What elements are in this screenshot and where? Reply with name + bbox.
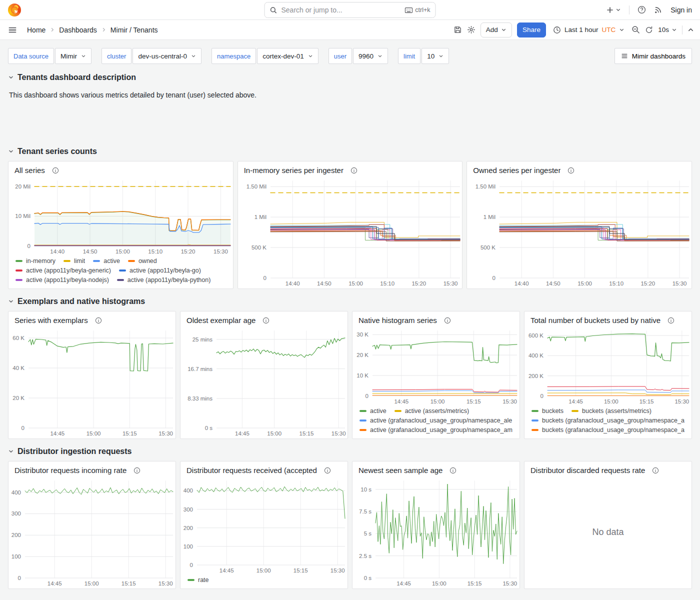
panel-title[interactable]: Newest seen sample age xyxy=(358,466,442,474)
search-input[interactable] xyxy=(282,6,401,14)
help-icon[interactable] xyxy=(638,6,646,14)
legend-item[interactable]: limit xyxy=(64,258,85,264)
svg-text:14:50: 14:50 xyxy=(546,280,560,286)
timeseries-chart[interactable]: 14:4515:0015:1515:30010 K20 K30 K xyxy=(352,326,520,406)
legend-swatch xyxy=(360,420,366,422)
news-icon[interactable] xyxy=(654,6,662,14)
svg-text:20 K: 20 K xyxy=(356,352,368,358)
chevron-right-icon xyxy=(101,27,106,32)
legend-item[interactable]: buckets (grafanacloud_usage_group/namesp… xyxy=(532,426,686,434)
panel-distributor-received-rate: Distributor requests received (accepted … xyxy=(180,461,348,589)
panel-title[interactable]: In-memory series per ingester xyxy=(244,166,344,174)
legend-item[interactable]: active (grafanacloud_usage_group/namespa… xyxy=(360,426,514,434)
refresh-icon[interactable] xyxy=(645,26,653,34)
svg-text:14:45: 14:45 xyxy=(48,580,62,586)
info-icon[interactable] xyxy=(52,167,59,174)
breadcrumb-dashboards[interactable]: Dashboards xyxy=(59,26,97,34)
panel-title[interactable]: Owned series per ingester xyxy=(473,166,560,174)
add-menu-button[interactable] xyxy=(606,6,621,14)
datasource-select[interactable]: Mimir xyxy=(55,48,92,64)
filter-namespace: namespace cortex-dev-01 xyxy=(212,48,318,64)
panel-title[interactable]: Series with exemplars xyxy=(14,316,88,324)
info-icon[interactable] xyxy=(262,317,270,324)
legend-item[interactable]: buckets xyxy=(532,408,564,414)
legend-item[interactable]: active (asserts/metrics) xyxy=(394,408,470,414)
timeseries-chart[interactable]: 14:4515:0015:1515:300100200300400 xyxy=(180,476,348,576)
legend-swatch xyxy=(532,420,538,422)
panel-title[interactable]: Native histogram series xyxy=(358,316,437,324)
legend-item[interactable]: buckets (asserts/metrics) xyxy=(572,408,652,414)
panel-inmemory-per-ingester: In-memory series per ingester 14:4014:50… xyxy=(238,161,463,289)
timeseries-chart[interactable]: 14:4515:0015:1515:30020 K40 K60 K xyxy=(8,326,176,438)
panel-title[interactable]: Distributor requests incoming rate xyxy=(14,466,126,474)
refresh-interval-picker[interactable]: 10s xyxy=(658,26,677,34)
menu-toggle-icon[interactable] xyxy=(8,26,17,34)
grafana-logo[interactable] xyxy=(8,4,21,16)
legend-item[interactable]: active (appo11y/beyla-go) xyxy=(119,267,201,274)
filter-cluster: cluster dev-us-central-0 xyxy=(102,48,202,64)
panel-title[interactable]: Distributor requests received (accepted xyxy=(186,466,317,474)
legend-item[interactable]: in-memory xyxy=(16,258,56,264)
mimir-dashboards-button[interactable]: Mimir dashboards xyxy=(614,48,692,64)
info-icon[interactable] xyxy=(668,317,674,324)
legend-swatch xyxy=(360,410,366,412)
add-panel-button[interactable]: Add xyxy=(480,22,512,38)
info-icon[interactable] xyxy=(652,467,659,474)
legend-label: in-memory xyxy=(26,258,56,264)
info-icon[interactable] xyxy=(324,467,331,474)
info-icon[interactable] xyxy=(444,317,451,324)
svg-text:14:45: 14:45 xyxy=(396,580,411,586)
legend-item[interactable]: owned xyxy=(128,258,157,264)
breadcrumb-home[interactable]: Home xyxy=(27,26,46,34)
zoom-out-icon[interactable] xyxy=(632,26,640,34)
namespace-select[interactable]: cortex-dev-01 xyxy=(257,48,318,64)
chevron-down-icon xyxy=(501,27,506,32)
limit-select[interactable]: 10 xyxy=(422,48,449,64)
info-icon[interactable] xyxy=(350,167,358,174)
timeseries-chart[interactable]: 14:4515:0015:1515:300200 K400 K600 K xyxy=(524,326,692,406)
legend-label: rate xyxy=(198,576,209,584)
section-distributor[interactable]: Distributor ingestion requests xyxy=(8,447,692,456)
timeseries-chart[interactable]: 14:4014:5015:0015:1015:2015:30010 Mil20 … xyxy=(8,176,233,256)
section-exemplars[interactable]: Exemplars and native histograms xyxy=(8,297,692,306)
legend-item[interactable]: active (appo11y/beyla-nodejs) xyxy=(16,276,109,284)
dashboard-settings-icon[interactable] xyxy=(467,26,476,34)
legend-item[interactable]: active xyxy=(360,408,386,414)
search-box[interactable]: ctrl+k xyxy=(264,2,436,18)
legend-item[interactable]: rate xyxy=(188,576,209,584)
legend-label: owned xyxy=(138,258,157,264)
panel-distributor-incoming-rate: Distributor requests incoming rate 14:45… xyxy=(8,461,176,589)
panel-title[interactable]: Oldest exemplar age xyxy=(186,316,256,324)
svg-text:7.5 s: 7.5 s xyxy=(359,508,372,514)
legend-swatch xyxy=(93,260,100,262)
info-icon[interactable] xyxy=(450,467,456,474)
panel-title[interactable]: All series xyxy=(14,166,45,174)
section-description[interactable]: Tenants dashboard description xyxy=(8,73,692,82)
timeseries-chart[interactable]: 14:4014:5015:0015:1015:2015:300500 K1 Mi… xyxy=(238,176,462,288)
panel-title[interactable]: Total number of buckets used by native xyxy=(530,316,660,324)
info-icon[interactable] xyxy=(568,167,574,174)
section-series-counts[interactable]: Tenant series counts xyxy=(8,147,692,156)
legend-item[interactable]: active xyxy=(93,258,120,264)
sign-in-link[interactable]: Sign in xyxy=(670,6,692,14)
save-dashboard-icon[interactable] xyxy=(454,26,462,34)
timeseries-chart[interactable]: 14:4515:0015:1515:300100200300400 xyxy=(8,476,176,588)
timeseries-chart[interactable]: 14:4515:0015:1515:300 s2.5 s5 s7.5 s10 s xyxy=(352,476,520,588)
legend-item[interactable]: active (appo11y/beyla-generic) xyxy=(16,267,111,274)
cluster-select[interactable]: dev-us-central-0 xyxy=(132,48,202,64)
timeseries-chart[interactable]: 14:4515:0015:1515:300 s8.33 mins16.7 min… xyxy=(180,326,348,438)
share-button[interactable]: Share xyxy=(517,22,546,38)
info-icon[interactable] xyxy=(134,467,140,474)
panel-row-distributor: Distributor requests incoming rate 14:45… xyxy=(8,461,692,589)
legend-swatch xyxy=(572,410,578,412)
user-select[interactable]: 9960 xyxy=(353,48,388,64)
legend-item[interactable]: buckets (grafanacloud_usage_group/namesp… xyxy=(532,417,686,424)
timeseries-chart[interactable]: 14:4014:5015:0015:1015:2015:300500 K1 Mi… xyxy=(467,176,692,288)
legend-label: active (asserts/metrics) xyxy=(405,408,470,414)
legend-item[interactable]: active (appo11y/beyla-python) xyxy=(117,276,211,284)
info-icon[interactable] xyxy=(95,317,102,324)
time-range-picker[interactable]: Last 1 hour UTC xyxy=(551,26,626,34)
collapse-toolbar-icon[interactable] xyxy=(688,26,694,33)
panel-title[interactable]: Distributor discarded requests rate xyxy=(530,466,645,474)
legend-item[interactable]: active (grafanacloud_usage_group/namespa… xyxy=(360,417,514,424)
